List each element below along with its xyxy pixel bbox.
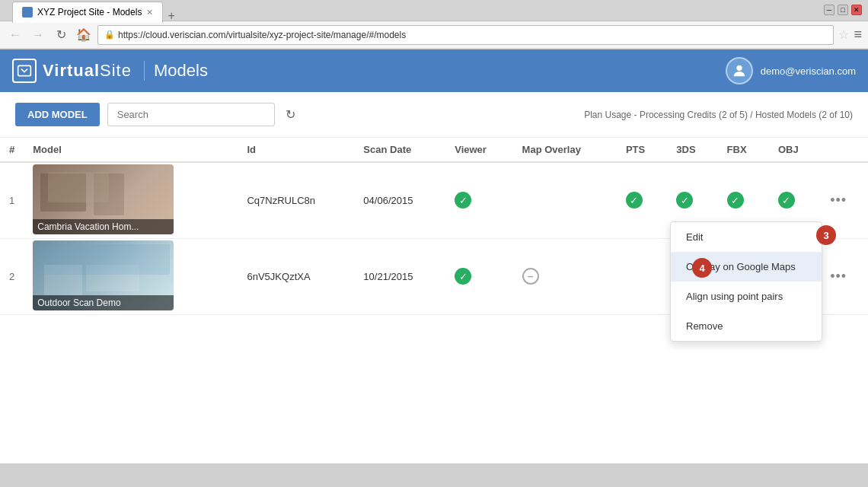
bookmark-star-icon[interactable]: ☆ [838, 27, 849, 42]
row1-more-button[interactable]: ••• [830, 193, 847, 208]
url-text: https://cloud.veriscian.com/virtualsite/… [118, 30, 406, 40]
ssl-lock-icon: 🔒 [104, 30, 115, 40]
viewer-check-icon: ✓ [455, 192, 471, 208]
viewer-check-icon: ✓ [455, 268, 471, 285]
svg-rect-0 [18, 65, 31, 75]
row-num: 2 [9, 271, 14, 282]
col-pts: PTS [617, 138, 667, 162]
context-menu-align[interactable]: Align using point pairs [671, 282, 822, 311]
step-badge-4: 4 [692, 258, 712, 278]
row-num: 1 [9, 195, 14, 206]
pts-check-icon: ✓ [626, 192, 643, 208]
model-id: 6nV5JKQztXA [238, 238, 354, 314]
col-actions [821, 138, 868, 162]
app-logo: VirtualSite [12, 59, 132, 83]
map-overlay-partial-icon: – [522, 268, 539, 285]
plan-usage-text: Plan Usage - Processing Credits (2 of 5)… [584, 110, 853, 120]
tab-title: XYZ Project Site - Models [37, 7, 142, 18]
col-obj: OBJ [769, 138, 821, 162]
tab-close-button[interactable]: ✕ [146, 8, 153, 18]
col-map-overlay: Map Overlay [513, 138, 617, 162]
svg-point-1 [736, 65, 742, 71]
step-badge-3: 3 [816, 225, 836, 245]
refresh-button[interactable]: ↻ [282, 104, 298, 125]
dropdown-menu: Edit Overlay on Google Maps Align using … [670, 221, 822, 342]
logo-text: VirtualSite [43, 61, 132, 81]
col-fbx: FBX [718, 138, 769, 162]
context-menu-dropdown: Edit Overlay on Google Maps Align using … [670, 221, 822, 342]
model-scan-date: 10/21/2015 [354, 238, 445, 314]
user-email: demo@veriscian.com [761, 65, 856, 77]
table-wrapper: # Model Id Scan Date Viewer Map Overlay … [0, 138, 868, 315]
col-model: Model [24, 138, 238, 162]
search-input[interactable] [107, 103, 275, 126]
model-thumbnail[interactable]: Cambria Vacation Hom... [33, 164, 174, 234]
thumb-image: Outdoor Scan Demo [33, 240, 174, 310]
obj-check-icon: ✓ [778, 192, 795, 208]
col-viewer: Viewer [445, 138, 512, 162]
model-thumbnail[interactable]: Outdoor Scan Demo [33, 240, 174, 310]
logo-icon [12, 59, 37, 83]
col-scan-date: Scan Date [354, 138, 445, 162]
address-bar[interactable]: 🔒 https://cloud.veriscian.com/virtualsit… [97, 25, 834, 45]
maximize-button[interactable]: □ [838, 5, 848, 15]
3ds-check-icon: ✓ [676, 192, 693, 208]
tab-favicon [22, 7, 33, 18]
close-button[interactable]: ✕ [851, 5, 862, 15]
model-name-label: Cambria Vacation Hom... [33, 219, 174, 234]
add-model-button[interactable]: ADD MODEL [15, 103, 100, 126]
new-tab-button[interactable]: + [164, 9, 177, 23]
main-content: ADD MODEL ↻ Plan Usage - Processing Cred… [0, 92, 868, 463]
forward-button[interactable]: → [29, 26, 47, 44]
model-id: Cq7NzRULC8n [238, 162, 354, 238]
home-button[interactable]: 🏠 [75, 26, 93, 44]
page-title: Models [144, 61, 208, 81]
model-scan-date: 04/06/2015 [354, 162, 445, 238]
row2-more-button[interactable]: ••• [830, 269, 847, 285]
browser-menu-icon[interactable]: ≡ [854, 27, 862, 43]
col-num: # [0, 138, 24, 162]
thumb-image: Cambria Vacation Hom... [33, 164, 174, 234]
reload-button[interactable]: ↻ [52, 26, 70, 44]
back-button[interactable]: ← [6, 26, 24, 44]
app-header: VirtualSite Models demo@veriscian.com [0, 49, 868, 92]
avatar [726, 57, 753, 84]
col-3ds: 3DS [667, 138, 717, 162]
col-id: Id [238, 138, 354, 162]
context-menu-remove[interactable]: Remove [671, 311, 822, 341]
model-name-label: Outdoor Scan Demo [33, 295, 174, 310]
browser-tab[interactable]: XYZ Project Site - Models ✕ [12, 2, 163, 23]
user-area: demo@veriscian.com [726, 57, 856, 84]
fbx-check-icon: ✓ [727, 192, 744, 208]
context-menu-edit[interactable]: Edit [671, 222, 822, 252]
toolbar: ADD MODEL ↻ Plan Usage - Processing Cred… [0, 92, 868, 138]
minimize-button[interactable]: ─ [824, 5, 834, 15]
